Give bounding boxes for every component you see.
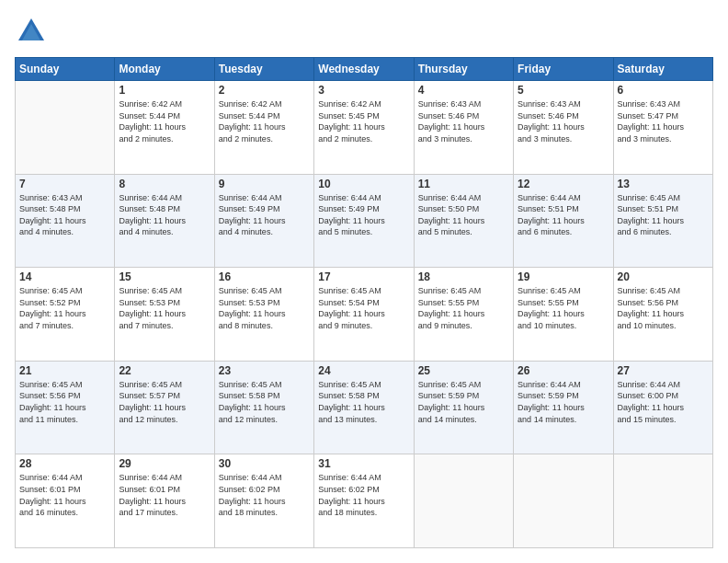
day-number: 6 [618,84,709,97]
day-info: Sunrise: 6:44 AM Sunset: 5:49 PM Dayligh… [219,192,310,238]
day-number: 27 [618,364,709,377]
day-of-week-header: Friday [514,58,613,81]
day-info: Sunrise: 6:44 AM Sunset: 5:59 PM Dayligh… [518,379,609,425]
day-info: Sunrise: 6:44 AM Sunset: 6:01 PM Dayligh… [19,472,110,518]
day-info: Sunrise: 6:42 AM Sunset: 5:45 PM Dayligh… [318,98,409,144]
days-of-week-row: SundayMondayTuesdayWednesdayThursdayFrid… [16,58,713,81]
day-info: Sunrise: 6:45 AM Sunset: 5:55 PM Dayligh… [518,285,609,331]
day-info: Sunrise: 6:45 AM Sunset: 5:59 PM Dayligh… [418,379,509,425]
calendar-cell: 17Sunrise: 6:45 AM Sunset: 5:54 PM Dayli… [314,268,414,362]
day-info: Sunrise: 6:45 AM Sunset: 5:53 PM Dayligh… [219,285,310,331]
calendar-cell: 25Sunrise: 6:45 AM Sunset: 5:59 PM Dayli… [414,361,513,454]
day-number: 29 [119,457,210,470]
day-number: 17 [318,270,409,283]
day-number: 10 [318,178,409,190]
day-number: 1 [119,84,210,97]
calendar-cell: 6Sunrise: 6:43 AM Sunset: 5:47 PM Daylig… [613,81,712,175]
calendar-cell [613,454,712,548]
calendar-cell: 22Sunrise: 6:45 AM Sunset: 5:57 PM Dayli… [115,361,214,454]
day-number: 4 [418,84,509,97]
day-of-week-header: Wednesday [314,58,414,81]
calendar-cell: 26Sunrise: 6:44 AM Sunset: 5:59 PM Dayli… [514,361,613,454]
calendar-cell: 11Sunrise: 6:44 AM Sunset: 5:50 PM Dayli… [414,174,513,268]
day-number: 11 [418,178,509,190]
day-info: Sunrise: 6:45 AM Sunset: 5:53 PM Dayligh… [119,285,210,331]
day-number: 12 [518,178,609,190]
calendar-cell: 27Sunrise: 6:44 AM Sunset: 6:00 PM Dayli… [613,361,712,454]
day-info: Sunrise: 6:44 AM Sunset: 5:49 PM Dayligh… [318,192,409,238]
day-info: Sunrise: 6:44 AM Sunset: 5:48 PM Dayligh… [119,192,210,238]
day-number: 22 [119,364,210,377]
calendar-cell: 3Sunrise: 6:42 AM Sunset: 5:45 PM Daylig… [314,81,414,175]
calendar-cell: 20Sunrise: 6:45 AM Sunset: 5:56 PM Dayli… [613,268,712,362]
day-number: 5 [518,84,609,97]
day-info: Sunrise: 6:44 AM Sunset: 6:02 PM Dayligh… [219,472,310,518]
day-number: 3 [318,84,409,97]
calendar-cell: 16Sunrise: 6:45 AM Sunset: 5:53 PM Dayli… [214,268,313,362]
calendar-body: 1Sunrise: 6:42 AM Sunset: 5:44 PM Daylig… [16,81,713,548]
calendar: SundayMondayTuesdayWednesdayThursdayFrid… [15,57,713,548]
day-number: 26 [518,364,609,377]
day-number: 20 [618,270,709,283]
day-info: Sunrise: 6:43 AM Sunset: 5:46 PM Dayligh… [518,98,609,144]
day-info: Sunrise: 6:44 AM Sunset: 6:02 PM Dayligh… [318,472,409,518]
calendar-week-row: 14Sunrise: 6:45 AM Sunset: 5:52 PM Dayli… [16,268,713,362]
calendar-cell: 1Sunrise: 6:42 AM Sunset: 5:44 PM Daylig… [115,81,214,175]
day-number: 16 [219,270,310,283]
day-of-week-header: Monday [115,58,214,81]
calendar-cell: 24Sunrise: 6:45 AM Sunset: 5:58 PM Dayli… [314,361,414,454]
day-info: Sunrise: 6:43 AM Sunset: 5:47 PM Dayligh… [618,98,709,144]
day-number: 14 [19,270,110,283]
calendar-cell: 9Sunrise: 6:44 AM Sunset: 5:49 PM Daylig… [214,174,313,268]
day-info: Sunrise: 6:45 AM Sunset: 5:54 PM Dayligh… [318,285,409,331]
calendar-cell: 15Sunrise: 6:45 AM Sunset: 5:53 PM Dayli… [115,268,214,362]
day-number: 2 [219,84,310,97]
calendar-week-row: 28Sunrise: 6:44 AM Sunset: 6:01 PM Dayli… [16,454,713,548]
day-of-week-header: Tuesday [214,58,313,81]
calendar-week-row: 21Sunrise: 6:45 AM Sunset: 5:56 PM Dayli… [16,361,713,454]
calendar-week-row: 1Sunrise: 6:42 AM Sunset: 5:44 PM Daylig… [16,81,713,175]
day-number: 25 [418,364,509,377]
day-info: Sunrise: 6:43 AM Sunset: 5:46 PM Dayligh… [418,98,509,144]
calendar-cell: 10Sunrise: 6:44 AM Sunset: 5:49 PM Dayli… [314,174,414,268]
logo-icon [15,15,48,48]
day-info: Sunrise: 6:45 AM Sunset: 5:58 PM Dayligh… [219,379,310,425]
calendar-cell: 4Sunrise: 6:43 AM Sunset: 5:46 PM Daylig… [414,81,513,175]
calendar-cell: 8Sunrise: 6:44 AM Sunset: 5:48 PM Daylig… [115,174,214,268]
day-info: Sunrise: 6:43 AM Sunset: 5:48 PM Dayligh… [19,192,110,238]
calendar-cell: 12Sunrise: 6:44 AM Sunset: 5:51 PM Dayli… [514,174,613,268]
calendar-cell: 29Sunrise: 6:44 AM Sunset: 6:01 PM Dayli… [115,454,214,548]
day-info: Sunrise: 6:44 AM Sunset: 6:01 PM Dayligh… [119,472,210,518]
day-info: Sunrise: 6:45 AM Sunset: 5:57 PM Dayligh… [119,379,210,425]
day-number: 28 [19,457,110,470]
day-number: 18 [418,270,509,283]
day-info: Sunrise: 6:44 AM Sunset: 5:50 PM Dayligh… [418,192,509,238]
calendar-cell [16,81,115,175]
calendar-cell: 28Sunrise: 6:44 AM Sunset: 6:01 PM Dayli… [16,454,115,548]
day-info: Sunrise: 6:45 AM Sunset: 5:56 PM Dayligh… [19,379,110,425]
calendar-cell: 19Sunrise: 6:45 AM Sunset: 5:55 PM Dayli… [514,268,613,362]
calendar-cell: 13Sunrise: 6:45 AM Sunset: 5:51 PM Dayli… [613,174,712,268]
day-info: Sunrise: 6:45 AM Sunset: 5:56 PM Dayligh… [618,285,709,331]
page: SundayMondayTuesdayWednesdayThursdayFrid… [0,0,728,563]
day-info: Sunrise: 6:44 AM Sunset: 5:51 PM Dayligh… [518,192,609,238]
day-number: 21 [19,364,110,377]
calendar-cell: 30Sunrise: 6:44 AM Sunset: 6:02 PM Dayli… [214,454,313,548]
calendar-cell [414,454,513,548]
day-info: Sunrise: 6:45 AM Sunset: 5:52 PM Dayligh… [19,285,110,331]
day-info: Sunrise: 6:45 AM Sunset: 5:55 PM Dayligh… [418,285,509,331]
calendar-cell: 31Sunrise: 6:44 AM Sunset: 6:02 PM Dayli… [314,454,414,548]
day-of-week-header: Sunday [16,58,115,81]
calendar-header: SundayMondayTuesdayWednesdayThursdayFrid… [16,58,713,81]
day-number: 8 [119,178,210,190]
calendar-cell: 23Sunrise: 6:45 AM Sunset: 5:58 PM Dayli… [214,361,313,454]
day-of-week-header: Thursday [414,58,513,81]
day-info: Sunrise: 6:42 AM Sunset: 5:44 PM Dayligh… [119,98,210,144]
calendar-week-row: 7Sunrise: 6:43 AM Sunset: 5:48 PM Daylig… [16,174,713,268]
day-info: Sunrise: 6:45 AM Sunset: 5:58 PM Dayligh… [318,379,409,425]
calendar-cell: 2Sunrise: 6:42 AM Sunset: 5:44 PM Daylig… [214,81,313,175]
calendar-cell [514,454,613,548]
day-number: 13 [618,178,709,190]
calendar-cell: 5Sunrise: 6:43 AM Sunset: 5:46 PM Daylig… [514,81,613,175]
day-info: Sunrise: 6:45 AM Sunset: 5:51 PM Dayligh… [618,192,709,238]
